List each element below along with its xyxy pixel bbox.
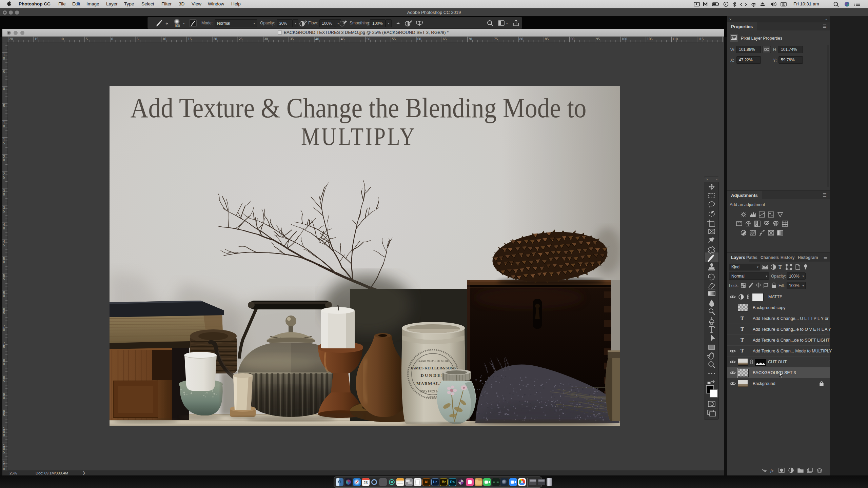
svg-text:T: T	[778, 265, 782, 270]
svg-text:fx: fx	[770, 468, 774, 473]
